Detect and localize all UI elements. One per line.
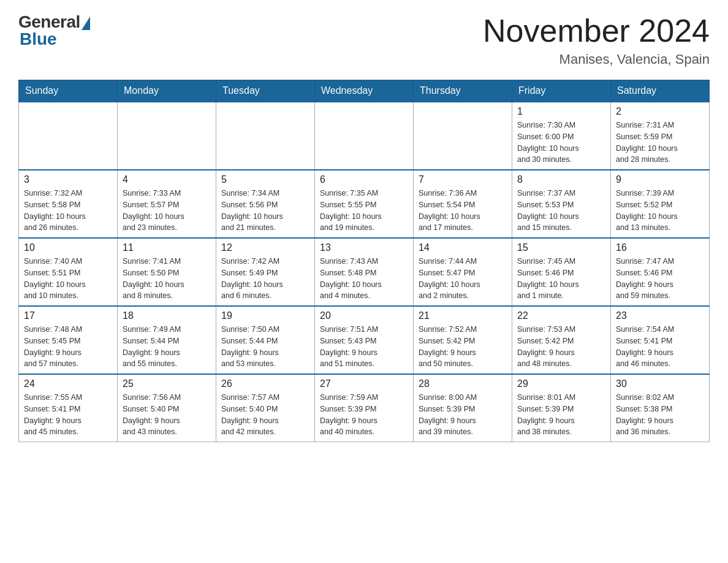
day-number: 21 xyxy=(419,310,507,321)
calendar-cell: 19Sunrise: 7:50 AM Sunset: 5:44 PM Dayli… xyxy=(216,306,315,374)
calendar-cell: 27Sunrise: 7:59 AM Sunset: 5:39 PM Dayli… xyxy=(315,374,414,442)
day-number: 24 xyxy=(24,378,112,389)
day-number: 10 xyxy=(24,242,112,253)
calendar-cell: 7Sunrise: 7:36 AM Sunset: 5:54 PM Daylig… xyxy=(414,170,512,238)
day-number: 6 xyxy=(320,174,408,185)
day-number: 11 xyxy=(123,242,211,253)
calendar-cell: 20Sunrise: 7:51 AM Sunset: 5:43 PM Dayli… xyxy=(315,306,414,374)
calendar-cell: 30Sunrise: 8:02 AM Sunset: 5:38 PM Dayli… xyxy=(611,374,710,442)
calendar-cell: 24Sunrise: 7:55 AM Sunset: 5:41 PM Dayli… xyxy=(19,374,118,442)
day-info: Sunrise: 7:41 AM Sunset: 5:50 PM Dayligh… xyxy=(123,256,211,302)
calendar-week-1: 1Sunrise: 7:30 AM Sunset: 6:00 PM Daylig… xyxy=(19,102,710,170)
day-info: Sunrise: 7:32 AM Sunset: 5:58 PM Dayligh… xyxy=(24,188,112,234)
day-number: 12 xyxy=(221,242,309,253)
weekday-header-tuesday: Tuesday xyxy=(216,80,315,102)
day-info: Sunrise: 7:47 AM Sunset: 5:46 PM Dayligh… xyxy=(616,256,704,302)
weekday-header-row: SundayMondayTuesdayWednesdayThursdayFrid… xyxy=(19,80,710,102)
calendar-cell: 5Sunrise: 7:34 AM Sunset: 5:56 PM Daylig… xyxy=(216,170,315,238)
calendar-cell xyxy=(216,102,315,170)
month-title: November 2024 xyxy=(483,12,710,49)
day-number: 17 xyxy=(24,310,112,321)
day-info: Sunrise: 8:01 AM Sunset: 5:39 PM Dayligh… xyxy=(517,392,605,438)
weekday-header-friday: Friday xyxy=(512,80,611,102)
calendar-cell: 15Sunrise: 7:45 AM Sunset: 5:46 PM Dayli… xyxy=(512,238,611,306)
day-number: 13 xyxy=(320,242,408,253)
calendar-table: SundayMondayTuesdayWednesdayThursdayFrid… xyxy=(18,80,710,442)
calendar-cell: 11Sunrise: 7:41 AM Sunset: 5:50 PM Dayli… xyxy=(118,238,216,306)
weekday-header-monday: Monday xyxy=(118,80,216,102)
day-info: Sunrise: 7:39 AM Sunset: 5:52 PM Dayligh… xyxy=(616,188,704,234)
day-info: Sunrise: 7:54 AM Sunset: 5:41 PM Dayligh… xyxy=(616,324,704,370)
day-info: Sunrise: 7:49 AM Sunset: 5:44 PM Dayligh… xyxy=(123,324,211,370)
day-number: 26 xyxy=(221,378,309,389)
calendar-cell: 23Sunrise: 7:54 AM Sunset: 5:41 PM Dayli… xyxy=(611,306,710,374)
calendar-cell: 9Sunrise: 7:39 AM Sunset: 5:52 PM Daylig… xyxy=(611,170,710,238)
day-number: 2 xyxy=(616,106,704,117)
day-info: Sunrise: 7:48 AM Sunset: 5:45 PM Dayligh… xyxy=(24,324,112,370)
day-info: Sunrise: 7:57 AM Sunset: 5:40 PM Dayligh… xyxy=(221,392,309,438)
calendar-week-3: 10Sunrise: 7:40 AM Sunset: 5:51 PM Dayli… xyxy=(19,238,710,306)
day-number: 5 xyxy=(221,174,309,185)
calendar-cell: 21Sunrise: 7:52 AM Sunset: 5:42 PM Dayli… xyxy=(414,306,512,374)
calendar-cell: 29Sunrise: 8:01 AM Sunset: 5:39 PM Dayli… xyxy=(512,374,611,442)
day-info: Sunrise: 7:50 AM Sunset: 5:44 PM Dayligh… xyxy=(221,324,309,370)
calendar-week-4: 17Sunrise: 7:48 AM Sunset: 5:45 PM Dayli… xyxy=(19,306,710,374)
day-info: Sunrise: 7:31 AM Sunset: 5:59 PM Dayligh… xyxy=(616,120,704,166)
logo-blue-text: Blue xyxy=(20,29,57,49)
day-info: Sunrise: 7:52 AM Sunset: 5:42 PM Dayligh… xyxy=(419,324,507,370)
day-info: Sunrise: 7:33 AM Sunset: 5:57 PM Dayligh… xyxy=(123,188,211,234)
calendar-cell: 12Sunrise: 7:42 AM Sunset: 5:49 PM Dayli… xyxy=(216,238,315,306)
calendar-cell: 28Sunrise: 8:00 AM Sunset: 5:39 PM Dayli… xyxy=(414,374,512,442)
logo-triangle-icon xyxy=(82,17,90,30)
day-number: 16 xyxy=(616,242,704,253)
calendar-cell: 2Sunrise: 7:31 AM Sunset: 5:59 PM Daylig… xyxy=(611,102,710,170)
calendar-cell: 17Sunrise: 7:48 AM Sunset: 5:45 PM Dayli… xyxy=(19,306,118,374)
day-info: Sunrise: 7:44 AM Sunset: 5:47 PM Dayligh… xyxy=(419,256,507,302)
day-number: 30 xyxy=(616,378,704,389)
calendar-cell xyxy=(315,102,414,170)
day-number: 7 xyxy=(419,174,507,185)
day-info: Sunrise: 7:55 AM Sunset: 5:41 PM Dayligh… xyxy=(24,392,112,438)
calendar-cell xyxy=(414,102,512,170)
day-number: 25 xyxy=(123,378,211,389)
day-number: 3 xyxy=(24,174,112,185)
calendar-cell: 1Sunrise: 7:30 AM Sunset: 6:00 PM Daylig… xyxy=(512,102,611,170)
day-number: 29 xyxy=(517,378,605,389)
day-info: Sunrise: 7:45 AM Sunset: 5:46 PM Dayligh… xyxy=(517,256,605,302)
day-number: 8 xyxy=(517,174,605,185)
day-info: Sunrise: 8:02 AM Sunset: 5:38 PM Dayligh… xyxy=(616,392,704,438)
day-info: Sunrise: 7:51 AM Sunset: 5:43 PM Dayligh… xyxy=(320,324,408,370)
day-number: 9 xyxy=(616,174,704,185)
calendar-cell: 13Sunrise: 7:43 AM Sunset: 5:48 PM Dayli… xyxy=(315,238,414,306)
calendar-week-2: 3Sunrise: 7:32 AM Sunset: 5:58 PM Daylig… xyxy=(19,170,710,238)
day-info: Sunrise: 8:00 AM Sunset: 5:39 PM Dayligh… xyxy=(419,392,507,438)
day-info: Sunrise: 7:30 AM Sunset: 6:00 PM Dayligh… xyxy=(517,120,605,166)
day-number: 18 xyxy=(123,310,211,321)
day-number: 1 xyxy=(517,106,605,117)
day-info: Sunrise: 7:53 AM Sunset: 5:42 PM Dayligh… xyxy=(517,324,605,370)
day-number: 14 xyxy=(419,242,507,253)
calendar-cell: 6Sunrise: 7:35 AM Sunset: 5:55 PM Daylig… xyxy=(315,170,414,238)
calendar-cell: 4Sunrise: 7:33 AM Sunset: 5:57 PM Daylig… xyxy=(118,170,216,238)
title-section: November 2024 Manises, Valencia, Spain xyxy=(483,12,710,67)
day-number: 27 xyxy=(320,378,408,389)
calendar-cell: 3Sunrise: 7:32 AM Sunset: 5:58 PM Daylig… xyxy=(19,170,118,238)
day-info: Sunrise: 7:43 AM Sunset: 5:48 PM Dayligh… xyxy=(320,256,408,302)
day-number: 4 xyxy=(123,174,211,185)
calendar-cell: 18Sunrise: 7:49 AM Sunset: 5:44 PM Dayli… xyxy=(118,306,216,374)
logo: General Blue xyxy=(18,12,90,49)
page-header: General Blue November 2024 Manises, Vale… xyxy=(18,12,710,67)
day-number: 28 xyxy=(419,378,507,389)
calendar-cell: 22Sunrise: 7:53 AM Sunset: 5:42 PM Dayli… xyxy=(512,306,611,374)
day-number: 22 xyxy=(517,310,605,321)
day-info: Sunrise: 7:56 AM Sunset: 5:40 PM Dayligh… xyxy=(123,392,211,438)
day-info: Sunrise: 7:34 AM Sunset: 5:56 PM Dayligh… xyxy=(221,188,309,234)
weekday-header-saturday: Saturday xyxy=(611,80,710,102)
calendar-cell: 26Sunrise: 7:57 AM Sunset: 5:40 PM Dayli… xyxy=(216,374,315,442)
day-number: 20 xyxy=(320,310,408,321)
day-number: 19 xyxy=(221,310,309,321)
weekday-header-thursday: Thursday xyxy=(414,80,512,102)
day-info: Sunrise: 7:37 AM Sunset: 5:53 PM Dayligh… xyxy=(517,188,605,234)
day-info: Sunrise: 7:59 AM Sunset: 5:39 PM Dayligh… xyxy=(320,392,408,438)
calendar-cell: 25Sunrise: 7:56 AM Sunset: 5:40 PM Dayli… xyxy=(118,374,216,442)
